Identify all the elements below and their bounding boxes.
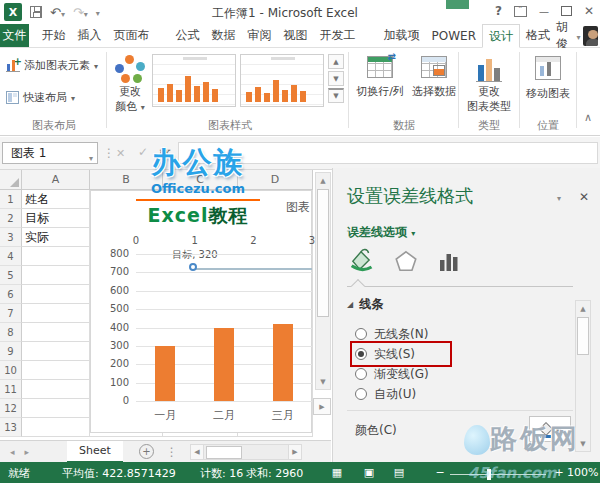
formula-bar-splitter[interactable] (103, 146, 115, 160)
cell-A9[interactable] (22, 342, 90, 361)
name-box-caret-icon[interactable] (89, 150, 93, 164)
row-header-11[interactable]: 11 (0, 380, 22, 399)
cell-A12[interactable] (22, 399, 90, 418)
qat-customize-icon[interactable] (96, 5, 100, 19)
chart-title[interactable]: 图表 (286, 199, 310, 216)
effects-icon[interactable] (393, 248, 419, 274)
chart-style-thumbnail-2[interactable] (240, 54, 324, 107)
row-header-9[interactable]: 9 (0, 342, 22, 361)
vertical-scrollbar[interactable] (315, 172, 331, 390)
pane-scrollbar[interactable] (575, 300, 591, 452)
row-header-13[interactable]: 13 (0, 418, 22, 437)
cell-A1[interactable]: 姓名 (22, 190, 90, 209)
row-header-1[interactable]: 1 (0, 190, 22, 209)
column-header-D[interactable]: D (238, 170, 313, 190)
row-header-10[interactable]: 10 (0, 361, 22, 380)
color-picker-button[interactable] (529, 416, 571, 442)
error-bar-options-dropdown[interactable]: 误差线选项 (347, 224, 415, 241)
error-bar-options-icon[interactable] (437, 250, 461, 274)
cell-A10[interactable] (22, 361, 90, 380)
style-gallery-more-button[interactable] (328, 88, 344, 103)
help-icon[interactable] (495, 4, 502, 18)
cell-A7[interactable] (22, 304, 90, 323)
column-header-B[interactable]: B (90, 170, 163, 190)
quick-layout-button[interactable]: 快速布局 (6, 90, 75, 105)
page-break-view-icon[interactable] (392, 466, 406, 479)
add-chart-element-button[interactable]: + 添加图表元素 (6, 58, 98, 73)
chart-data-label[interactable]: 目标, 320 (153, 248, 237, 262)
scroll-up-icon[interactable] (316, 173, 330, 188)
fill-line-icon[interactable] (347, 246, 375, 274)
tab-POWER[interactable]: POWER (426, 24, 482, 47)
scroll-right-icon[interactable] (288, 444, 302, 460)
tab-格式[interactable]: 格式 (520, 24, 556, 47)
sheet-nav-arrows[interactable]: ◂▸ (10, 447, 39, 457)
pane-scroll-thumb[interactable] (577, 317, 589, 355)
radio-circle-icon[interactable] (355, 368, 367, 380)
name-box[interactable]: 图表 1 (2, 142, 98, 164)
tab-公式[interactable]: 公式 (170, 24, 206, 47)
radio-circle-icon[interactable] (355, 328, 367, 340)
cell-A8[interactable] (22, 323, 90, 342)
undo-caret-icon[interactable] (61, 6, 65, 20)
redo-caret-icon[interactable] (84, 6, 88, 20)
row-header-5[interactable]: 5 (0, 266, 22, 285)
maximize-icon[interactable] (561, 6, 572, 16)
row-header-3[interactable]: 3 (0, 228, 22, 247)
tab-开始[interactable]: 开始 (36, 24, 72, 47)
pane-close-icon[interactable] (579, 190, 589, 204)
undo-button[interactable] (50, 5, 65, 20)
select-data-button[interactable]: 选择数据 (410, 56, 458, 99)
minimize-icon[interactable] (539, 4, 549, 18)
cell-A3[interactable]: 实际 (22, 228, 90, 247)
row-header-12[interactable]: 12 (0, 399, 22, 418)
row-header-7[interactable]: 7 (0, 304, 22, 323)
tab-插入[interactable]: 插入 (72, 24, 108, 47)
radio-自动(U)[interactable]: 自动(U) (353, 384, 449, 404)
cell-A6[interactable] (22, 285, 90, 304)
sheet-tab[interactable]: Sheet (67, 441, 123, 463)
radio-circle-icon[interactable] (355, 348, 367, 360)
user-account[interactable]: 胡俊 (556, 24, 600, 47)
vertical-scroll-thumb[interactable] (317, 189, 329, 317)
chart-object[interactable]: 图表 目标, 320 80070060050040030020010000123… (90, 190, 312, 433)
tab-数据[interactable]: 数据 (206, 24, 242, 47)
new-sheet-button[interactable]: + (139, 444, 154, 459)
page-layout-view-icon[interactable] (362, 466, 376, 479)
column-header-A[interactable]: A (22, 170, 90, 190)
pane-scroll-up-icon[interactable] (576, 301, 590, 316)
target-line-series[interactable] (195, 268, 312, 270)
avatar[interactable] (583, 26, 598, 46)
scroll-left-icon[interactable] (190, 444, 204, 460)
tab-设计[interactable]: 设计 (482, 24, 520, 48)
cell-A5[interactable] (22, 266, 90, 285)
cancel-icon[interactable] (116, 146, 125, 160)
row-header-8[interactable]: 8 (0, 323, 22, 342)
switch-row-column-button[interactable]: ⇄ 切换行/列 (350, 56, 410, 99)
formula-input[interactable] (178, 142, 598, 164)
target-line-marker[interactable] (189, 263, 197, 271)
radio-circle-icon[interactable] (355, 388, 367, 400)
close-icon[interactable] (584, 4, 594, 18)
collapse-ribbon-icon[interactable] (584, 110, 592, 124)
chart-style-thumbnail-1[interactable] (152, 54, 236, 107)
zoom-slider-track[interactable] (450, 474, 546, 475)
insert-function-icon[interactable]: fx (158, 145, 169, 159)
redo-button[interactable] (73, 5, 88, 20)
tab-开发工[interactable]: 开发工 (314, 24, 362, 47)
change-colors-button[interactable]: 更改 颜色 (110, 54, 150, 114)
pane-options-caret-icon[interactable] (557, 192, 561, 203)
bar-一月[interactable] (155, 346, 175, 401)
enter-icon[interactable] (138, 145, 148, 159)
style-gallery-down-button[interactable] (328, 71, 344, 86)
scroll-down-icon[interactable] (316, 374, 330, 389)
zoom-in-icon[interactable] (552, 466, 566, 479)
row-header-6[interactable]: 6 (0, 285, 22, 304)
horizontal-scrollbar[interactable] (190, 444, 302, 460)
style-gallery-up-button[interactable] (328, 54, 344, 69)
zoom-level[interactable]: 100% (567, 466, 598, 479)
pane-resize-button[interactable] (313, 398, 331, 415)
save-icon[interactable] (30, 6, 42, 18)
select-all-corner[interactable] (0, 170, 22, 190)
pane-scroll-down-icon[interactable] (576, 436, 590, 451)
